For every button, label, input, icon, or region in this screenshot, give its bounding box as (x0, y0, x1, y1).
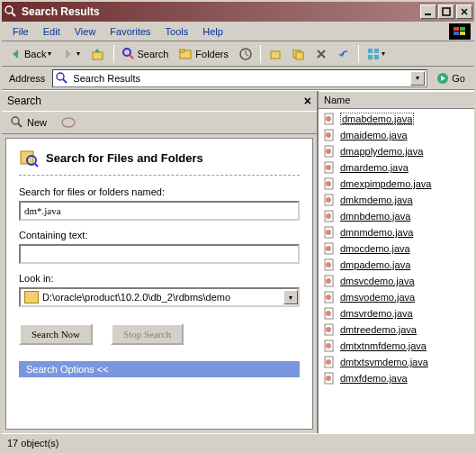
svg-point-27 (57, 73, 64, 80)
svg-point-67 (326, 359, 331, 365)
file-list: dmabdemo.javadmaidemo.javadmapplydemo.ja… (319, 109, 474, 433)
search-heading-icon (19, 148, 39, 168)
go-icon (436, 72, 449, 85)
search-help-button[interactable] (58, 114, 79, 131)
java-file-icon (322, 128, 337, 142)
menu-edit[interactable]: Edit (36, 24, 67, 39)
lookin-dropdown[interactable]: ▾ (283, 290, 298, 304)
java-file-icon (322, 225, 337, 240)
java-file-icon (322, 193, 337, 207)
search-pane-close[interactable]: × (304, 94, 311, 108)
svg-line-17 (246, 54, 248, 56)
close-button[interactable] (456, 5, 472, 19)
separator (358, 45, 359, 63)
copy-to-button[interactable] (288, 45, 310, 63)
java-file-icon (322, 322, 337, 337)
file-name: dmocdemo.java (340, 243, 410, 254)
svg-point-30 (12, 117, 19, 124)
svg-point-0 (5, 6, 13, 14)
back-label: Back (24, 49, 46, 59)
address-dropdown[interactable]: ▾ (410, 71, 425, 86)
file-name: dmkmdemo.java (340, 195, 413, 205)
back-arrow-icon (10, 48, 22, 60)
file-item[interactable]: dmxfdemo.java (320, 370, 472, 386)
file-item[interactable]: dmkmdemo.java (320, 192, 472, 208)
svg-line-12 (130, 55, 133, 59)
lookin-combo[interactable]: D:\oracle\product\10.2.0\db_2\rdbms\demo… (19, 287, 300, 307)
delete-icon (316, 49, 327, 59)
containing-label: Containing text: (19, 230, 300, 240)
undo-button[interactable] (333, 46, 355, 62)
file-item[interactable]: dmapplydemo.java (320, 143, 472, 159)
containing-input[interactable] (19, 244, 300, 264)
file-name: dmnbdemo.java (340, 211, 410, 222)
dropdown-arrow-icon: ▾ (48, 50, 51, 58)
java-file-icon (322, 258, 337, 272)
file-item[interactable]: dmsvodemo.java (320, 289, 472, 305)
new-search-button[interactable]: New (7, 114, 50, 131)
addressbar: Address Search Results ▾ Go (2, 67, 474, 90)
file-item[interactable]: dmardemo.java (320, 159, 472, 176)
file-name: dmapplydemo.java (340, 146, 423, 157)
new-label: New (27, 117, 47, 128)
search-heading-text: Search for Files and Folders (46, 151, 203, 165)
svg-point-47 (326, 197, 331, 203)
menubar: File Edit View Favorites Tools Help (2, 22, 474, 41)
svg-rect-26 (374, 55, 379, 59)
search-now-button[interactable]: Search Now (19, 323, 93, 345)
file-item[interactable]: dmtxtnmfdemo.java (320, 338, 472, 354)
forward-button[interactable]: ▾ (58, 45, 85, 63)
back-button[interactable]: Back ▾ (5, 45, 56, 63)
file-item[interactable]: dmnbdemo.java (320, 208, 472, 224)
file-item[interactable]: dmsvrdemo.java (320, 305, 472, 322)
search-pane-header: Search × (2, 91, 317, 111)
views-button[interactable]: ▾ (363, 45, 390, 63)
svg-rect-14 (180, 50, 184, 52)
search-button[interactable]: Search (118, 45, 173, 63)
file-name: dmsvcdemo.java (340, 276, 415, 286)
go-button[interactable]: Go (431, 70, 471, 86)
history-button[interactable] (235, 45, 256, 63)
java-file-icon (322, 160, 337, 175)
move-to-button[interactable] (265, 45, 286, 63)
file-item[interactable]: dmpademo.java (320, 257, 472, 273)
menu-view[interactable]: View (67, 24, 103, 39)
svg-point-55 (326, 262, 331, 267)
search-icon (122, 48, 135, 60)
divider (19, 175, 300, 176)
delete-button[interactable] (311, 46, 331, 62)
dropdown-arrow-icon: ▾ (382, 50, 385, 58)
file-item[interactable]: dmnmdemo.java (320, 224, 472, 240)
folders-button[interactable]: Folders (175, 45, 233, 63)
file-item[interactable]: dmsvcdemo.java (320, 273, 472, 289)
file-name: dmtreedemo.java (340, 324, 417, 335)
svg-rect-20 (296, 52, 303, 59)
file-name: dmxfdemo.java (340, 373, 408, 384)
separator (113, 45, 114, 63)
up-button[interactable] (86, 45, 110, 63)
search-options-header[interactable]: Search Options << (19, 361, 300, 377)
file-item[interactable]: dmabdemo.java (320, 111, 472, 127)
svg-rect-18 (271, 51, 280, 59)
file-item[interactable]: dmtreedemo.java (320, 322, 472, 338)
column-header-name[interactable]: Name (319, 91, 474, 109)
java-file-icon (322, 339, 337, 353)
svg-point-63 (326, 327, 331, 332)
menu-tools[interactable]: Tools (158, 24, 196, 39)
address-combo[interactable]: Search Results ▾ (52, 69, 427, 87)
named-input[interactable] (19, 201, 300, 221)
search-pane: Search × New Search for Files and Folder… (2, 91, 319, 433)
menu-favorites[interactable]: Favorites (103, 24, 157, 39)
svg-point-57 (326, 278, 331, 284)
menu-help[interactable]: Help (195, 24, 230, 39)
app-icon (4, 5, 18, 19)
minimize-button[interactable] (420, 5, 436, 19)
file-name: dmexpimpdemo.java (340, 178, 432, 189)
file-item[interactable]: dmtxtsvmdemo.java (320, 354, 472, 370)
file-item[interactable]: dmaidemo.java (320, 127, 472, 143)
file-item[interactable]: dmocdemo.java (320, 240, 472, 257)
folder-icon (24, 291, 39, 304)
maximize-button[interactable] (438, 5, 454, 19)
file-item[interactable]: dmexpimpdemo.java (320, 176, 472, 192)
menu-file[interactable]: File (5, 24, 36, 39)
